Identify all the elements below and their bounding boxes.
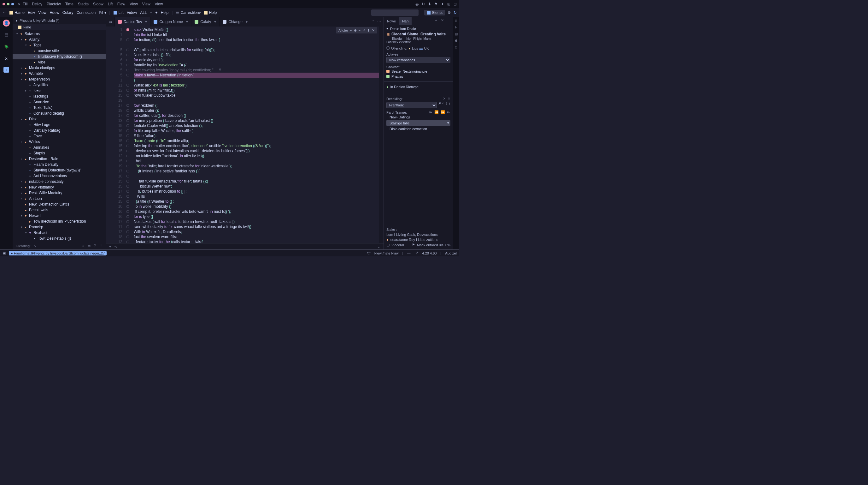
tree-item[interactable]: ▾▾Neswrll [12,213,106,219]
rp-slake-1[interactable]: Lum I Livting Gack, Davvacctions [386,232,451,237]
tb-help[interactable]: Help [161,10,169,15]
avatar[interactable]: 👤 [3,20,10,27]
menu-fiew[interactable]: Fiew [117,2,125,6]
tree-item[interactable]: ▪Act Unccanvetaions [12,173,106,179]
sb-icon2[interactable]: ▭ [87,244,91,248]
rp-farct-item[interactable]: Dlala canktion eexaction [386,126,451,132]
icon-f[interactable]: ⊞ [447,2,451,6]
tab-action-up[interactable]: ⌃ [372,20,375,24]
sb-badge[interactable]: ● Freoliornal.lPhypng: by InvscocrDarStc… [9,251,106,255]
close-dot[interactable] [2,3,5,5]
tab-chiange[interactable]: Chiange▾ [219,17,251,27]
tree-item[interactable]: ▾▾Rexhact [12,230,106,235]
menu-view[interactable]: View [130,2,138,6]
tree-item[interactable]: ▪Stavting Dotaction-(dwgw/))' [12,167,106,173]
icon-a[interactable]: ◎ [415,2,418,6]
tree-item[interactable]: ▾▾Romclrp [12,224,106,230]
menu-delicy[interactable]: Delicy [32,2,42,6]
rp-item-phatlas[interactable]: Phatlas [386,74,451,79]
tree-item[interactable]: ▸▸nutabble connectialy [12,179,106,184]
sb-icon4[interactable]: ⋮ [99,244,103,248]
tree-item[interactable]: ▸▸New Pisttiancy [12,184,106,190]
tree-item[interactable]: ▸▸Resk Wille Mactuiry [12,190,106,196]
act-bug-icon[interactable]: 🪲 [2,43,10,51]
rp-tab-han[interactable]: Han [399,17,412,25]
sidebar-sub[interactable]: Fime [12,24,106,30]
tab-calaty[interactable]: Calaty▾ [191,17,219,27]
edge-i1[interactable]: ⊞ [455,19,457,22]
act-close-icon[interactable]: ✕ [2,55,10,62]
code-content[interactable]: suck Wutler Meifls {{fain the ist l lmke… [131,27,379,243]
tree-item[interactable]: ▪Vibe [12,59,106,65]
nav-back-icon[interactable]: ← [2,10,6,15]
menu-lift[interactable]: Lift [108,2,113,6]
tree-item[interactable]: ▾▾Wumble [12,71,106,77]
edge-i5[interactable]: ⊡ [455,46,457,49]
tree-item[interactable]: ▪Toxtc Tials); [12,105,106,111]
min-dot[interactable] [7,3,9,5]
tree-item[interactable]: ▸Tow irlecticom iiln ~"uchertction [12,219,106,224]
tab-danicc-toy[interactable]: Danicc Toy▾ [115,17,150,27]
rp-item-seater[interactable]: Seater Nextsinginangle [386,69,451,74]
tree-item[interactable]: ▸▸Maxla clantipps [12,65,106,71]
rp-add-icon[interactable]: + [433,17,439,25]
icon-e[interactable]: ✦ [441,2,444,6]
menu-time[interactable]: Time [65,2,73,6]
minimap[interactable] [379,27,383,243]
tab-icon-only[interactable]: ▭ [106,17,115,27]
icon-c[interactable]: ⬇ [428,2,431,6]
sb-flew[interactable]: Flew /riate Flaw [374,251,399,255]
stents-button[interactable]: Stents [424,10,445,16]
tb-hdew[interactable]: Hdew [50,10,59,15]
sidebar-header[interactable]: ▾ Phpcula Ulivy Winctala (°) [12,17,106,24]
rp-danice[interactable]: ●in Danice Dienvpe [386,84,451,89]
rp-dk-i2[interactable]: ✕ [447,96,451,101]
rp-header[interactable]: ▾Denle Ium Deale [386,27,451,31]
tb-lift[interactable]: Lift [114,10,124,15]
toolbar-search-input[interactable] [371,9,418,16]
icon-b[interactable]: ↻ [422,2,425,6]
tree-item[interactable]: ▸Becbit wals [12,207,106,213]
max-dot[interactable] [11,3,14,5]
editor-filter[interactable]: Allcter ▾⊕−↗⬆✕ [336,27,377,33]
tb-carr[interactable]: ☰ Carrectilenv [176,10,200,15]
tree-item[interactable]: ▪Staptls [12,150,106,156]
tb-ediv[interactable]: Ediv [28,10,35,15]
tree-item[interactable]: ▪Ananzicx [12,99,106,105]
tree-item[interactable]: ▪Amnaties [12,145,106,150]
icon-g[interactable]: ⊡ [454,2,457,6]
rp-slake-2[interactable]: ●dearataone Ruy I Little zuttions [386,237,451,242]
tree-item[interactable]: ▪Hitw Loge [12,122,106,127]
rp-f-i3[interactable]: ⤴ [446,102,447,108]
back-icon[interactable]: ‹‹ [18,2,20,6]
gear-icon[interactable]: ⚙ [447,10,451,15]
tree-item[interactable]: ▾▾Mepervetion [12,77,106,82]
tree-item[interactable]: ▾▾Sxiwams [12,31,106,37]
tb-view[interactable]: View [38,10,46,15]
rp-dk-i1[interactable]: ✕ [443,96,446,101]
tree-item[interactable]: ▪Consuland detatig [12,111,106,116]
tree-item[interactable]: ▪Jayalliks [12,82,106,88]
tree-item[interactable]: ▪Fisam Dersully [12,162,106,167]
rp-f-i2[interactable]: ○ [442,102,444,108]
rp-more-icon[interactable]: ⋯ [446,17,453,25]
tb-plus[interactable]: + [155,10,158,15]
tree-item[interactable]: ▾▾Tops [12,42,106,48]
eb-icon1[interactable]: ▾ [109,245,111,249]
sidebar-stats-icon[interactable]: ∿ [34,244,37,248]
tree-item[interactable]: ▪lasctings [12,93,106,99]
tree-item[interactable]: ▸▸Wiclcs [12,139,106,145]
rp-farct-item[interactable]: New- Datings [386,114,451,120]
rp-f-i4[interactable]: ↑ [449,102,451,108]
tree-item[interactable]: ▪Tow: Desinetabls (|) [12,235,106,241]
rp-farct-item[interactable]: Staztigo talle▾ [386,120,451,126]
tb-help2[interactable]: Help [204,10,217,15]
tree-item[interactable]: ▸▸Diaz [12,116,106,122]
tree-item[interactable]: ▾▾Allany: [12,37,106,42]
tree-item[interactable]: ▪Dartially Ratdag [12,127,106,133]
menu-plactolw[interactable]: Plactolw [47,2,61,6]
tb-videw[interactable]: Videw [127,10,137,15]
menu-stedts[interactable]: Stedts [78,2,89,6]
tb-minus[interactable]: − [150,10,152,15]
tb-hame[interactable]: Hame [9,10,25,15]
